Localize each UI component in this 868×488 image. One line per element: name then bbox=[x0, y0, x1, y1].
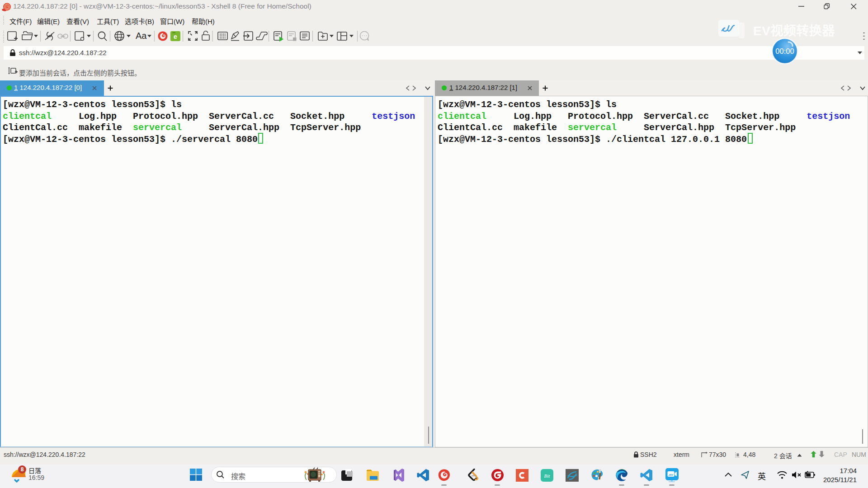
svg-text:00:00: 00:00 bbox=[775, 47, 794, 55]
svg-text:Aa: Aa bbox=[136, 31, 147, 41]
svg-text:8: 8 bbox=[21, 466, 24, 473]
svg-text:.ev: .ev bbox=[668, 473, 673, 477]
svg-text:Bit: Bit bbox=[544, 473, 551, 479]
svg-text:e: e bbox=[174, 33, 177, 40]
